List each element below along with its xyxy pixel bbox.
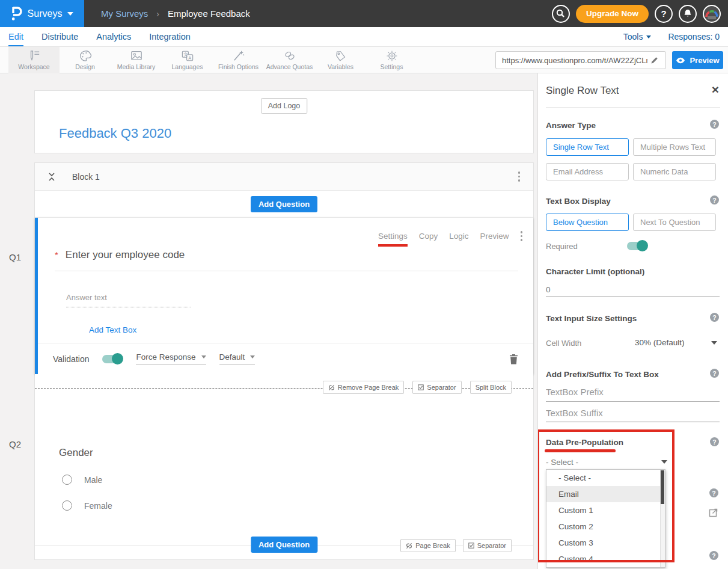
question-text-q2[interactable]: Gender [59,447,533,459]
split-block-button[interactable]: Split Block [470,381,512,394]
help-icon-hidden-section-2[interactable] [709,551,718,560]
data-pre-population-select[interactable]: - Select - [546,458,578,467]
display-below-question[interactable]: Below Question [546,214,629,231]
dropdown-scrollbar-thumb[interactable] [661,470,664,504]
add-question-button-bottom[interactable]: Add Question [251,537,317,553]
block-title[interactable]: Block 1 [72,172,100,182]
add-text-box-link[interactable]: Add Text Box [89,325,136,334]
dropdown-option-custom-1[interactable]: Custom 1 [546,502,665,518]
help-icon-prefix-suffix[interactable] [710,369,719,378]
broken-link-icon [328,384,335,391]
delete-question-trash-icon[interactable] [509,354,518,364]
app-logo-menu[interactable]: Surveys [0,0,84,27]
answer-type-email-address[interactable]: Email Address [546,163,629,180]
nav-tab-distribute[interactable]: Distribute [41,27,78,46]
tab-preview[interactable]: Preview [480,232,509,241]
help-icon-answer-type[interactable] [710,120,719,129]
responses-count[interactable]: Responses: 0 [668,32,720,42]
tab-settings[interactable]: Settings [378,232,408,247]
remove-page-break-label: Remove Page Break [338,384,399,391]
remove-page-break-button[interactable]: Remove Page Break [323,381,405,394]
help-icon-hidden-section-1[interactable] [709,488,718,497]
upgrade-now-button[interactable]: Upgrade Now [576,5,649,23]
cell-width-dropdown-caret-icon[interactable] [711,341,717,345]
preview-button[interactable]: Preview [672,51,723,69]
textbox-suffix-input[interactable] [546,408,720,418]
required-toggle[interactable] [627,242,647,250]
survey-title[interactable]: Feedback Q3 2020 [59,126,171,141]
help-icon-data-pre-population[interactable] [710,437,719,446]
panel-title: Single Row Text [546,85,619,97]
help-button[interactable] [655,5,673,23]
toolbar-item-languages[interactable]: 文A Languages [162,47,213,73]
survey-header-card: Add Logo Feedback Q3 2020 [34,90,534,153]
dropdown-option-custom-3[interactable]: Custom 3 [546,535,665,551]
collapse-block-icon[interactable] [48,172,55,182]
question-card-q2[interactable]: Gender Male Female Add Question [35,403,533,559]
toolbar-label: Workspace [18,63,49,70]
dropdown-option-custom-2[interactable]: Custom 2 [546,518,665,535]
question-card-q1[interactable]: Settings Copy Logic Preview * Enter your… [35,218,533,374]
toolbar-item-settings[interactable]: Settings [366,47,417,73]
add-question-button-top[interactable]: Add Question [251,196,317,212]
separator-button-bottom[interactable]: Separator [463,539,512,552]
notifications-button[interactable] [679,5,697,23]
tab-logic[interactable]: Logic [449,232,468,241]
block-card: Block 1 Add Question Settings Copy Logic… [34,162,534,560]
chevron-down-icon [67,12,73,16]
cell-width-value[interactable]: 30% (Default) [635,338,685,347]
breadcrumb-my-surveys[interactable]: My Surveys [101,8,148,19]
block-menu-kebab-icon[interactable] [518,171,521,182]
separator-button[interactable]: Separator [412,381,461,394]
question-text-q1[interactable]: Enter your employee code [66,249,185,261]
dropdown-option-custom-4[interactable]: Custom 4 [546,551,665,567]
external-link-icon[interactable] [709,508,718,517]
force-response-select[interactable]: Force Response [136,352,206,365]
edit-url-pencil-icon[interactable] [647,53,662,67]
nav-tab-analytics[interactable]: Analytics [96,27,131,46]
user-avatar[interactable] [703,5,721,23]
nav-tab-integration[interactable]: Integration [149,27,191,46]
add-logo-button[interactable]: Add Logo [261,98,308,114]
nav-tab-edit[interactable]: Edit [8,27,23,46]
required-asterisk: * [55,250,58,260]
answer-type-single-row-text[interactable]: Single Row Text [546,138,629,156]
search-icon [556,9,565,18]
question-menu-kebab-icon[interactable] [521,231,523,241]
radio-option-male[interactable]: Male [62,475,533,485]
character-limit-value[interactable]: 0 [546,285,551,294]
tools-menu[interactable]: Tools [623,32,652,42]
default-select[interactable]: Default [219,352,255,365]
questionpro-logo-icon [11,7,22,21]
avatar-gauge-icon [704,6,720,22]
page-break-button[interactable]: Page Break [400,539,455,552]
help-icon-text-input-size[interactable] [710,313,719,322]
required-label: Required [546,242,578,251]
search-button[interactable] [552,5,570,23]
radio-circle-icon[interactable] [62,475,72,485]
validation-toggle[interactable] [102,355,123,363]
answer-text-input[interactable] [66,293,191,307]
tab-copy[interactable]: Copy [419,232,438,241]
checkbox-checked-icon [418,384,424,390]
answer-type-numeric-data[interactable]: Numeric Data [633,163,716,180]
toolbar-item-finish-options[interactable]: Finish Options [213,47,264,73]
answer-type-multiple-rows-text[interactable]: Multiple Rows Text [633,138,716,156]
add-question-row: Add Question [35,191,533,218]
display-next-to-question[interactable]: Next To Question [633,214,716,231]
toolbar-item-advance-quotas[interactable]: Advance Quotas [264,47,315,73]
toolbar-item-variables[interactable]: Variables [315,47,366,73]
survey-url-input[interactable] [502,56,647,65]
radio-option-female[interactable]: Female [62,500,533,511]
help-icon-text-box-display[interactable] [710,195,719,205]
dropdown-option-select[interactable]: - Select - [546,470,665,486]
dropdown-scrollbar[interactable] [660,470,665,567]
toolbar-item-workspace[interactable]: Workspace [8,47,60,73]
radio-circle-icon[interactable] [62,500,72,511]
toolbar-item-design[interactable]: Design [60,47,111,73]
select-dropdown-caret-icon[interactable] [661,460,667,464]
toolbar-item-media-library[interactable]: Media Library [111,47,162,73]
textbox-prefix-input[interactable] [546,387,720,397]
dropdown-option-email[interactable]: Email [546,486,665,502]
close-panel-icon[interactable]: × [712,83,719,96]
